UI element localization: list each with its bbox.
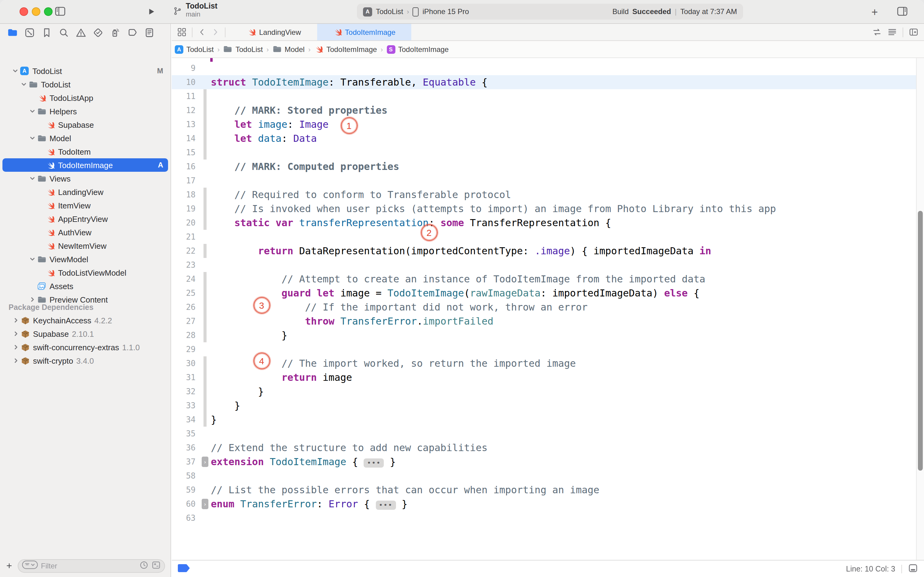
nav-tab-source-control-icon[interactable] [24,27,35,38]
sidebar-item-todolist[interactable]: TodoList [2,77,168,91]
code-line-34[interactable]: 34} [172,413,917,427]
source-editor[interactable]: 910struct TodoItemImage: Transferable, E… [172,58,924,560]
tab-todoitemimage[interactable]: TodoItemImage [317,24,411,40]
sidebar-item-model[interactable]: Model [2,131,168,145]
sidebar-item-todolistviewmodel[interactable]: TodoListViewModel [2,266,168,279]
related-items-icon[interactable] [177,27,187,37]
code-line-31[interactable]: 31 return image [172,371,917,384]
code-line-22[interactable]: 22 return DataRepresentation(importedCon… [172,244,917,258]
toggle-navigator-icon[interactable] [55,7,65,16]
code-line-23[interactable]: 23 [172,258,917,272]
filter-options-icon[interactable] [22,561,38,572]
run-button[interactable] [146,7,156,16]
package-item-swift-crypto[interactable]: swift-crypto3.4.0 [2,354,168,367]
go-back-icon[interactable] [198,27,206,37]
chevron-right-icon[interactable] [11,317,20,323]
chevron-right-icon[interactable] [28,297,37,303]
code-line-60[interactable]: 60›enum TransferError: Error { ••• } [172,497,917,511]
sidebar-item-todolistapp[interactable]: TodoListApp [2,91,168,105]
code-line-26[interactable]: 26 // If the important did not work, thr… [172,300,917,314]
scheme-breadcrumb[interactable]: TodoList main [173,2,217,20]
code-line-27[interactable]: 27 throw TransferError.importFailed [172,314,917,328]
code-line-18[interactable]: 18 // Required to conform to Transferabl… [172,188,917,202]
code-line-25[interactable]: 25 guard let image = TodoItemImage(rawIm… [172,286,917,300]
fold-ribbon[interactable]: › [202,456,208,467]
scrollbar-thumb[interactable] [918,211,923,471]
breadcrumb-item-3[interactable]: TodoItemImage [314,45,377,54]
package-item-swift-concurrency-extras[interactable]: swift-concurrency-extras1.1.0 [2,340,168,354]
zoom-button[interactable] [44,7,53,16]
chevron-right-icon[interactable] [11,358,20,364]
nav-tab-reports-icon[interactable] [144,27,155,38]
sidebar-item-assets[interactable]: Assets [2,279,168,293]
chevron-right-icon[interactable] [11,344,20,350]
code-line-19[interactable]: 19 // Is invoked when user picks (attemp… [172,202,917,216]
chevron-down-icon[interactable] [11,68,19,74]
add-file-button[interactable]: + [5,561,13,572]
code-review-icon[interactable] [872,27,882,37]
recent-files-icon[interactable] [139,560,148,572]
code-line-24[interactable]: 24 // Attempt to create an instance of T… [172,272,917,286]
code-line-63[interactable]: 63 [172,511,917,525]
scheme-name[interactable]: TodoList [376,7,403,16]
code-line-14[interactable]: 14 let data: Data [172,131,917,145]
sidebar-item-appentryview[interactable]: AppEntryView [2,212,168,226]
sidebar-item-helpers[interactable]: Helpers [2,105,168,118]
sidebar-item-todoitem[interactable]: TodoItem [2,145,168,158]
chevron-right-icon[interactable] [11,331,20,337]
line-col-indicator[interactable]: Line: 10 Col: 3 [846,564,895,573]
run-destination[interactable]: iPhone 15 Pro [423,7,469,16]
sidebar-item-todolist[interactable]: ATodoListM [2,64,168,77]
code-line-36[interactable]: 36// Extend the structure to add new cap… [172,441,917,455]
package-item-supabase[interactable]: Supabase2.10.1 [2,327,168,340]
code-line-35[interactable]: 35 [172,427,917,441]
code-line-20[interactable]: 20 static var transferRepresentation: so… [172,216,917,230]
code-line-17[interactable]: 17 [172,174,917,188]
breakpoints-toggle-icon[interactable] [178,564,191,574]
chevron-down-icon[interactable] [28,108,37,114]
sidebar-item-views[interactable]: Views [2,172,168,185]
package-item-keychainaccess[interactable]: KeychainAccess4.2.2 [2,314,168,327]
code-line-11[interactable]: 11 [172,89,917,103]
sidebar-item-itemview[interactable]: ItemView [2,199,168,212]
adjust-editor-icon[interactable] [887,27,897,37]
code-line-13[interactable]: 13 let image: Image [172,118,917,131]
toggle-inspector-icon[interactable] [897,7,908,16]
editor-scrollbar[interactable] [916,58,924,560]
filter-input[interactable]: Filter [41,562,136,570]
scm-filter-icon[interactable] [151,560,161,572]
new-tab-button[interactable]: + [871,6,878,19]
code-line-33[interactable]: 33 } [172,398,917,413]
code-line-10[interactable]: 10struct TodoItemImage: Transferable, Eq… [172,75,917,89]
nav-tab-breakpoints-icon[interactable] [127,27,137,38]
breadcrumb-item-0[interactable]: ATodoList [175,45,214,54]
code-line-16[interactable]: 16 // MARK: Computed properties [172,160,917,174]
sidebar-item-newitemview[interactable]: NewItemView [2,239,168,253]
chevron-down-icon[interactable] [19,81,28,87]
code-line-32[interactable]: 32 } [172,384,917,398]
activity-view[interactable]: A TodoList › iPhone 15 Pro Build Succeed… [357,4,743,19]
code-line-59[interactable]: 59// List the possible errors that can o… [172,483,917,497]
nav-tab-tests-icon[interactable] [93,27,103,38]
sidebar-item-todoitemimage[interactable]: TodoItemImageA [2,158,168,172]
add-editor-icon[interactable] [909,27,919,37]
code-line-58[interactable]: 58 [172,469,917,483]
go-forward-icon[interactable] [211,27,219,37]
code-line-12[interactable]: 12 // MARK: Stored properties [172,103,917,118]
breadcrumb-item-4[interactable]: STodoItemImage [386,45,449,54]
sidebar-item-viewmodel[interactable]: ViewModel [2,253,168,266]
code-line-9[interactable]: 9 [172,61,917,75]
chevron-down-icon[interactable] [28,256,37,262]
filter-field[interactable]: Filter [18,559,165,573]
sidebar-item-supabase[interactable]: Supabase [2,118,168,131]
minimize-button[interactable] [32,7,40,16]
code-line-21[interactable]: 21 [172,230,917,244]
minimap-toggle-icon[interactable] [908,563,918,574]
code-line-30[interactable]: 30 // The import worked, so return the i… [172,356,917,371]
sidebar-item-landingview[interactable]: LandingView [2,185,168,199]
code-line-37[interactable]: 37›extension TodoItemImage { ••• } [172,455,917,469]
close-button[interactable] [19,7,28,16]
nav-tab-bookmarks-icon[interactable] [42,27,52,38]
nav-tab-project-navigator-icon[interactable] [7,27,18,38]
code-line-29[interactable]: 29 [172,342,917,356]
